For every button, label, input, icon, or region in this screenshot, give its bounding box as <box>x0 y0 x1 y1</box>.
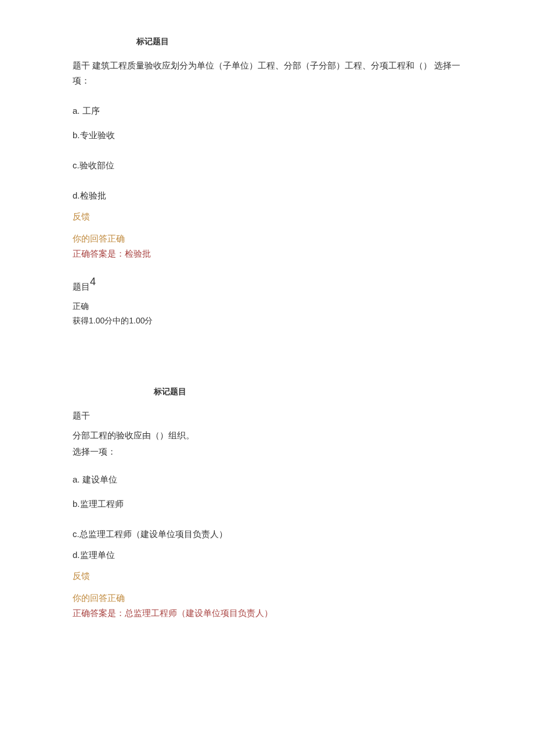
score-line: 获得1.00分中的1.00分 <box>73 314 461 327</box>
question-number: 4 <box>90 276 96 287</box>
feedback-header: 反馈 <box>73 569 461 583</box>
question-label: 题目 <box>73 282 90 291</box>
question-stem: 分部工程的验收应由（）组织。 <box>73 429 461 442</box>
stem-label: 题干 <box>73 409 461 423</box>
question-stem: 题干 建筑工程质量验收应划分为单位（子单位）工程、分部（子分部）工程、分项工程和… <box>73 58 461 88</box>
option-c[interactable]: c.验收部位 <box>73 159 461 172</box>
correct-answer: 正确答案是：检验批 <box>73 247 461 261</box>
option-c[interactable]: c.总监理工程师（建设单位项目负责人） <box>73 527 461 541</box>
feedback-header: 反馈 <box>73 210 461 224</box>
feedback-result: 你的回答正确 <box>73 591 461 605</box>
mark-question-label[interactable]: 标记题目 <box>136 35 461 48</box>
correct-answer: 正确答案是：总监理工程师（建设单位项目负责人） <box>73 606 461 620</box>
option-b[interactable]: b.监理工程师 <box>73 497 461 511</box>
question-block-4: 题目4 正确 获得1.00分中的1.00分 标记题目 题干 分部工程的验收应由（… <box>73 275 461 620</box>
status-correct: 正确 <box>73 300 461 312</box>
option-a[interactable]: a. 工序 <box>73 104 461 118</box>
option-d[interactable]: d.监理单位 <box>73 548 461 562</box>
option-a[interactable]: a. 建设单位 <box>73 473 461 487</box>
feedback-result: 你的回答正确 <box>73 232 461 246</box>
question-block-3: 标记题目 题干 建筑工程质量验收应划分为单位（子单位）工程、分部（子分部）工程、… <box>73 35 461 261</box>
mark-question-label[interactable]: 标记题目 <box>154 385 461 398</box>
question-number-row: 题目4 <box>73 275 461 294</box>
select-prompt: 选择一项： <box>73 445 461 459</box>
option-d[interactable]: d.检验批 <box>73 189 461 203</box>
option-b[interactable]: b.专业验收 <box>73 128 461 142</box>
